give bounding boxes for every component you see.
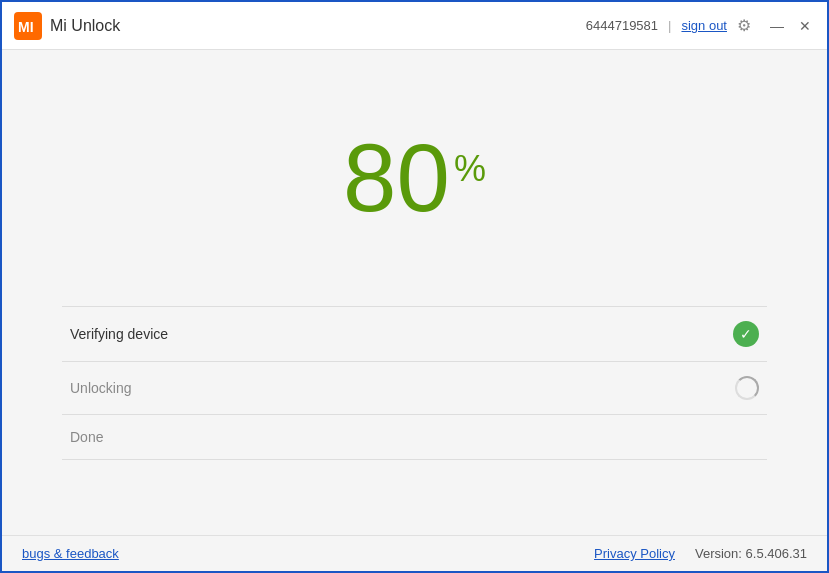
percentage-display: 80 % [343, 130, 486, 226]
step-verifying-label: Verifying device [70, 326, 168, 342]
step-spinner-icon [735, 376, 759, 400]
step-done-label: Done [70, 429, 103, 445]
title-bar-right: 6444719581 | sign out ⚙ — ✕ [586, 16, 815, 36]
steps-list: Verifying device ✓ Unlocking Done [62, 306, 767, 460]
gear-icon[interactable]: ⚙ [737, 16, 751, 35]
sign-out-button[interactable]: sign out [681, 18, 727, 33]
version-text: Version: 6.5.406.31 [695, 546, 807, 561]
title-bar: MI Mi Unlock 6444719581 | sign out ⚙ — ✕ [2, 2, 827, 50]
privacy-policy-link[interactable]: Privacy Policy [594, 546, 675, 561]
app-title: Mi Unlock [50, 17, 120, 35]
close-button[interactable]: ✕ [795, 16, 815, 36]
bugs-feedback-link[interactable]: bugs & feedback [22, 546, 119, 561]
step-done-icon: ✓ [733, 321, 759, 347]
step-unlocking-label: Unlocking [70, 380, 131, 396]
percentage-symbol: % [454, 148, 486, 190]
main-content: 80 % Verifying device ✓ Unlocking Done [2, 50, 827, 535]
step-verifying-device: Verifying device ✓ [62, 307, 767, 362]
app-window: MI Mi Unlock 6444719581 | sign out ⚙ — ✕… [0, 0, 829, 573]
footer: bugs & feedback Privacy Policy Version: … [2, 535, 827, 571]
footer-right: Privacy Policy Version: 6.5.406.31 [594, 546, 807, 561]
title-bar-left: MI Mi Unlock [14, 12, 586, 40]
window-controls: — ✕ [767, 16, 815, 36]
step-done: Done [62, 415, 767, 460]
svg-text:MI: MI [18, 19, 34, 35]
minimize-button[interactable]: — [767, 16, 787, 36]
percentage-number: 80 [343, 130, 450, 226]
mi-logo: MI [14, 12, 42, 40]
title-divider: | [668, 18, 671, 33]
user-id: 6444719581 [586, 18, 658, 33]
step-unlocking: Unlocking [62, 362, 767, 415]
